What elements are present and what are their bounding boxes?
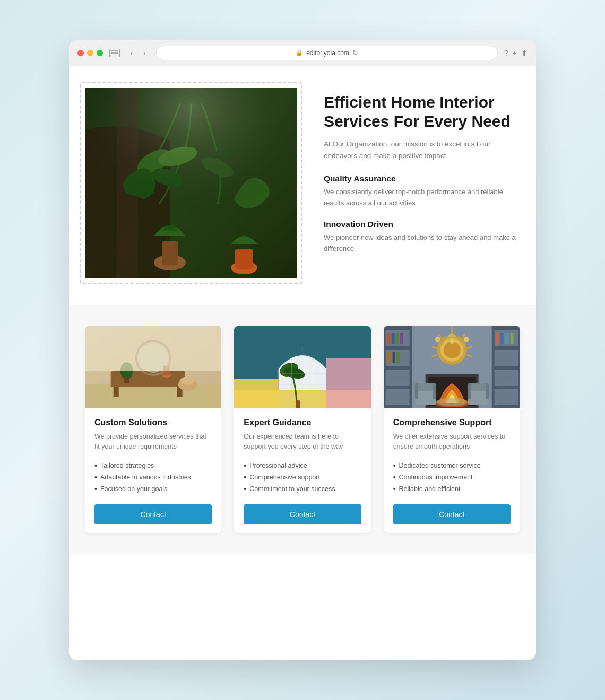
svg-rect-64 (510, 332, 513, 344)
svg-rect-59 (494, 370, 518, 386)
list-item: Tailored strategies (94, 460, 212, 471)
share-icon[interactable]: ⬆ (521, 49, 528, 57)
card-body-1: Custom Solutions We provide personalized… (85, 408, 221, 533)
svg-point-87 (437, 398, 466, 406)
hero-image-wrapper (80, 82, 302, 284)
svg-rect-61 (496, 332, 499, 344)
feature-quality-desc: We consistently deliver top-notch perfor… (324, 187, 520, 209)
cards-section: Custom Solutions We provide personalized… (69, 305, 536, 554)
svg-rect-15 (85, 384, 221, 408)
card-image-3 (384, 326, 520, 408)
card-desc-2: Our experienced team is here to support … (244, 432, 361, 452)
browser-actions: ? + ⬆ (504, 49, 528, 57)
card-custom-solutions: Custom Solutions We provide personalized… (85, 326, 221, 533)
back-button[interactable]: ‹ (126, 48, 137, 58)
lock-icon: 🔒 (296, 49, 303, 56)
card-image-2 (234, 326, 370, 408)
plus-icon[interactable]: + (513, 49, 517, 57)
svg-rect-49 (387, 332, 390, 344)
card-body-2: Expert Guidance Our experienced team is … (234, 408, 370, 533)
svg-rect-62 (500, 332, 503, 344)
svg-rect-35 (296, 400, 300, 408)
hero-image (85, 88, 297, 278)
hero-section: Efficient Home Interior Services For Eve… (85, 82, 520, 284)
svg-rect-86 (486, 383, 489, 399)
svg-rect-17 (114, 387, 119, 397)
fullscreen-button[interactable] (97, 50, 103, 56)
forward-button[interactable]: › (139, 48, 150, 58)
url-text: editor.yola.com (306, 49, 349, 57)
feature-quality: Quality Assurance We consistently delive… (324, 174, 520, 209)
feature-quality-title: Quality Assurance (324, 174, 520, 183)
reload-icon: ↻ (352, 49, 358, 57)
svg-rect-63 (504, 332, 508, 344)
card-title-2: Expert Guidance (244, 418, 361, 427)
svg-rect-22 (124, 377, 129, 383)
svg-rect-27 (85, 326, 221, 371)
svg-rect-85 (468, 383, 471, 399)
svg-point-26 (180, 377, 195, 385)
list-item: Comprehensive support (244, 471, 361, 483)
hero-text: Efficient Home Interior Services For Eve… (324, 82, 520, 265)
cards-grid: Custom Solutions We provide personalized… (85, 326, 520, 533)
svg-rect-82 (433, 383, 436, 399)
card-desc-3: We offer extensive support services to e… (393, 432, 511, 452)
nav-buttons: ‹ › (126, 48, 150, 58)
card-list-1: Tailored strategies Adaptable to various… (94, 460, 212, 495)
list-item: Focused on your goals (94, 483, 212, 495)
svg-rect-60 (494, 389, 518, 405)
question-icon[interactable]: ? (504, 49, 508, 57)
card-title-1: Custom Solutions (94, 418, 212, 427)
svg-rect-31 (326, 358, 371, 408)
tab-icon (109, 49, 120, 57)
svg-rect-12 (85, 88, 297, 278)
contact-button-2[interactable]: Contact (244, 504, 361, 524)
close-button[interactable] (77, 50, 84, 56)
svg-rect-32 (234, 379, 279, 408)
card-expert-guidance: Expert Guidance Our experienced team is … (234, 326, 370, 533)
svg-rect-52 (400, 332, 403, 344)
card-desc-1: We provide personalized services that fi… (94, 432, 212, 452)
svg-rect-50 (391, 332, 394, 344)
svg-rect-54 (392, 352, 395, 363)
contact-button-3[interactable]: Contact (393, 504, 511, 524)
list-item: Professional advice (244, 460, 361, 471)
hero-description: At Our Organization, our mission is to e… (324, 138, 520, 161)
card-body-3: Comprehensive Support We offer extensive… (384, 408, 520, 533)
svg-point-93 (463, 337, 469, 342)
list-item: Dedicated customer service (393, 460, 511, 471)
svg-rect-51 (395, 332, 399, 344)
list-item: Continuous improvement (393, 471, 511, 483)
card-title-3: Comprehensive Support (393, 418, 511, 427)
card-comprehensive-support: Comprehensive Support We offer extensive… (384, 326, 520, 533)
svg-rect-48 (385, 389, 409, 405)
card-list-2: Professional advice Comprehensive suppor… (244, 460, 361, 495)
address-bar[interactable]: 🔒 editor.yola.com ↻ (156, 46, 498, 60)
page-content: Efficient Home Interior Services For Eve… (69, 66, 536, 660)
svg-rect-47 (385, 370, 409, 386)
svg-point-68 (443, 342, 460, 358)
feature-innovation-title: Innovation Driven (324, 220, 520, 229)
browser-chrome: ‹ › 🔒 editor.yola.com ↻ ? + ⬆ (69, 40, 536, 66)
list-item: Adaptable to various industries (94, 471, 212, 483)
browser-window: ‹ › 🔒 editor.yola.com ↻ ? + ⬆ (69, 40, 536, 660)
card-image-1 (85, 326, 221, 408)
svg-point-94 (449, 338, 454, 344)
hero-title: Efficient Home Interior Services For Eve… (324, 93, 520, 131)
feature-innovation-desc: We pioneer new ideas and solutions to st… (324, 232, 520, 255)
svg-rect-58 (494, 350, 518, 366)
svg-rect-53 (387, 352, 391, 363)
traffic-lights (77, 50, 103, 56)
minimize-button[interactable] (87, 50, 93, 56)
contact-button-1[interactable]: Contact (94, 504, 212, 524)
list-item: Reliable and efficient (393, 483, 511, 495)
feature-innovation: Innovation Driven We pioneer new ideas a… (324, 220, 520, 255)
svg-rect-55 (396, 352, 400, 363)
svg-rect-81 (414, 383, 418, 399)
svg-point-92 (435, 337, 440, 342)
list-item: Commitment to your success (244, 483, 361, 495)
card-list-3: Dedicated customer service Continuous im… (393, 460, 511, 495)
